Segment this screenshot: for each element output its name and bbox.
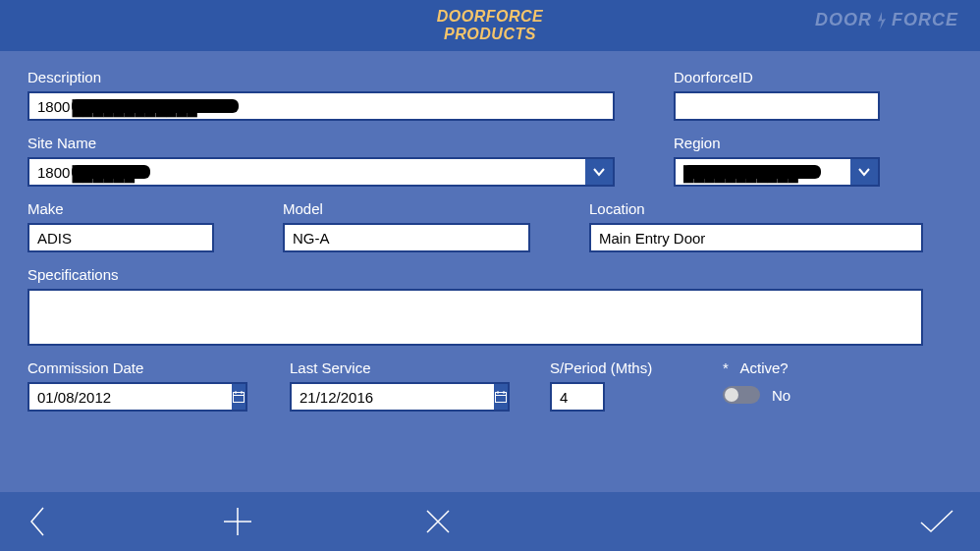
commission-date-label: Commission Date	[27, 359, 237, 376]
doorforce-id-input[interactable]	[674, 91, 880, 121]
calendar-icon	[232, 390, 245, 404]
form-scroll-area[interactable]: Description 1800 ████████████ DoorforceI…	[0, 51, 980, 492]
site-name-dropdown-button[interactable]	[585, 157, 615, 187]
active-label: * Active?	[723, 359, 880, 376]
brand-logo: DOOR FORCE	[815, 10, 958, 30]
region-value-redacted: ███████████	[683, 165, 821, 179]
chevron-down-icon	[592, 165, 606, 179]
description-label: Description	[27, 69, 615, 85]
add-button[interactable]	[220, 502, 255, 541]
last-service-picker-button[interactable]	[494, 382, 510, 412]
last-service-input[interactable]	[290, 382, 494, 412]
plus-icon	[220, 504, 255, 539]
chevron-down-icon	[857, 165, 871, 179]
logo-text-1: DOOR	[815, 10, 872, 30]
make-label: Make	[27, 200, 214, 217]
s-period-input[interactable]	[550, 382, 605, 412]
description-input[interactable]: 1800 ████████████	[27, 91, 615, 121]
back-button[interactable]	[24, 502, 53, 541]
active-state-text: No	[772, 387, 790, 404]
chevron-left-icon	[24, 502, 53, 541]
calendar-icon	[494, 390, 508, 404]
cancel-button[interactable]	[422, 502, 454, 541]
last-service-field[interactable]	[290, 382, 499, 412]
logo-text-2: FORCE	[892, 10, 958, 30]
active-toggle[interactable]	[723, 386, 760, 404]
action-bar	[0, 492, 980, 551]
location-label: Location	[589, 200, 923, 217]
specifications-input[interactable]	[27, 289, 923, 346]
svg-rect-0	[234, 393, 245, 403]
confirm-button[interactable]	[917, 507, 956, 536]
model-input[interactable]	[283, 223, 530, 252]
make-input[interactable]	[27, 223, 214, 252]
region-label: Region	[674, 135, 880, 151]
title-line-2: PRODUCTS	[444, 26, 536, 42]
s-period-label: S/Period (Mths)	[550, 359, 644, 376]
page-title: DOORFORCE PRODUCTS	[437, 8, 544, 44]
check-icon	[917, 507, 956, 536]
title-line-1: DOORFORCE	[437, 8, 544, 25]
specifications-label: Specifications	[27, 266, 923, 283]
model-label: Model	[283, 200, 530, 217]
site-name-label: Site Name	[27, 135, 615, 151]
commission-date-picker-button[interactable]	[232, 382, 247, 412]
description-value-prefix: 1800	[37, 98, 70, 115]
commission-date-field[interactable]	[27, 382, 237, 412]
commission-date-input[interactable]	[27, 382, 232, 412]
site-name-combo[interactable]: 1800 ██████	[27, 157, 615, 187]
site-name-value-redacted: ██████	[72, 165, 150, 179]
location-input[interactable]	[589, 223, 923, 252]
lightning-icon	[874, 11, 890, 30]
doorforce-id-label: DoorforceID	[674, 69, 880, 85]
description-value-redacted: ████████████	[72, 99, 239, 113]
region-dropdown-button[interactable]	[850, 157, 880, 187]
svg-rect-4	[496, 393, 507, 403]
close-icon	[422, 506, 454, 537]
app-header: DOORFORCE PRODUCTS DOOR FORCE	[0, 0, 980, 51]
region-combo[interactable]: ███████████	[674, 157, 880, 187]
site-name-value-prefix: 1800	[37, 164, 70, 181]
last-service-label: Last Service	[290, 359, 499, 376]
